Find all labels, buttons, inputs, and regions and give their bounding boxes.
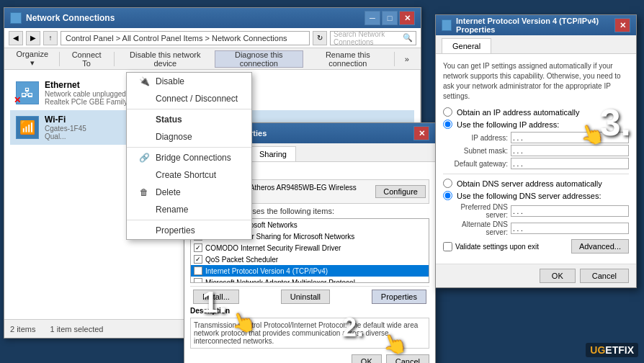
connect-icon xyxy=(138,93,150,104)
ctx-diagnose-label: Diagnose xyxy=(156,132,192,142)
back-button[interactable]: ◀ xyxy=(9,31,23,45)
wifi-ok-button[interactable]: OK xyxy=(352,354,382,363)
alternate-dns-row: Alternate DNS server: xyxy=(443,220,629,236)
default-gateway-label: Default gateway: xyxy=(443,160,508,168)
item-ipv4[interactable]: Internet Protocol Version 4 (TCP/IPv4) xyxy=(191,265,429,277)
rename-icon xyxy=(138,204,150,215)
ethernet-icon: 🖧 ✕ xyxy=(16,81,39,104)
more-button[interactable]: » xyxy=(399,50,415,68)
maximize-button[interactable]: □ xyxy=(382,11,398,25)
wifi-props-close[interactable]: ✕ xyxy=(413,126,429,140)
toolbar: Organize ▾ Connect To Disable this netwo… xyxy=(4,48,421,70)
ctx-status-label: Status xyxy=(156,115,182,125)
item-comodo[interactable]: COMODO Internet Security Firewall Driver xyxy=(191,242,429,254)
tcp-ok-button[interactable]: OK xyxy=(540,269,576,283)
alternate-dns-label: Alternate DNS server: xyxy=(443,220,508,236)
tcp-title: Internet Protocol Version 4 (TCP/IPv4) P… xyxy=(456,17,614,34)
alternate-dns-input[interactable] xyxy=(511,223,629,234)
wifi-icon: 📶 xyxy=(16,116,39,139)
tcp-sep xyxy=(443,174,629,174)
check-qos[interactable] xyxy=(194,255,202,264)
radio-use-following-input[interactable] xyxy=(443,120,452,129)
uninstall-button[interactable]: Uninstall xyxy=(281,290,330,304)
radio-dns-auto[interactable]: Obtain DNS server address automatically xyxy=(443,179,629,188)
disable-button[interactable]: Disable this network device xyxy=(119,50,212,68)
ctx-rename-label: Rename xyxy=(156,205,188,215)
check-multiplexor[interactable] xyxy=(194,278,202,283)
radio-use-dns[interactable]: Use the following DNS server addresses: xyxy=(443,191,629,200)
logo: UGETFIX xyxy=(586,343,638,357)
preferred-dns-input[interactable] xyxy=(511,205,629,217)
advanced-button[interactable]: Advanced... xyxy=(571,239,629,254)
ctx-delete[interactable]: 🗑 Delete xyxy=(127,184,251,201)
ctx-diagnose[interactable]: Diagnose xyxy=(127,128,251,145)
ctx-bridge[interactable]: 🔗 Bridge Connections xyxy=(127,149,251,166)
radio-dns-auto-input[interactable] xyxy=(443,179,452,188)
radio-obtain-auto-input[interactable] xyxy=(443,107,452,117)
tcp-close-button[interactable]: ✕ xyxy=(614,18,630,32)
validate-checkbox[interactable] xyxy=(443,242,452,251)
wifi-props-properties-button[interactable]: Properties xyxy=(372,290,426,304)
net-window-icon xyxy=(10,12,22,24)
tcp-dialog: Internet Protocol Version 4 (TCP/IPv4) P… xyxy=(435,14,637,288)
ctx-connect-disconnect[interactable]: Connect / Disconnect xyxy=(127,90,251,107)
connect-to-button[interactable]: Connect To xyxy=(64,50,109,68)
address-path[interactable]: Control Panel > All Control Panel Items … xyxy=(61,31,310,45)
item-count: 2 items xyxy=(10,325,35,333)
label-comodo: COMODO Internet Security Firewall Driver xyxy=(205,244,341,252)
organize-button[interactable]: Organize ▾ xyxy=(10,50,55,68)
step-1-label: 1. xyxy=(202,285,227,320)
diagnose-button[interactable]: Diagnose this connection xyxy=(215,50,303,68)
tcp-cancel-button[interactable]: Cancel xyxy=(580,269,629,283)
bridge-icon: 🔗 xyxy=(138,152,150,163)
close-button[interactable]: ✕ xyxy=(399,11,415,25)
ctx-shortcut[interactable]: Create Shortcut xyxy=(127,166,251,184)
tab-sharing[interactable]: Sharing xyxy=(250,146,296,161)
up-button[interactable]: ↑ xyxy=(43,31,58,45)
rename-button[interactable]: Rename this connection xyxy=(306,50,390,68)
default-gateway-input[interactable] xyxy=(511,158,629,169)
item-multiplexor[interactable]: Microsoft Network Adapter Multiplexor Pr… xyxy=(191,277,429,283)
wifi-props-controls: ✕ xyxy=(413,126,429,140)
context-menu: 🔌 Disable Connect / Disconnect Status Di… xyxy=(126,72,252,240)
tcp-body: You can get IP settings assigned automat… xyxy=(436,54,636,264)
configure-button[interactable]: Configure xyxy=(375,185,426,198)
tcp-icon xyxy=(442,19,452,31)
diagnose-icon xyxy=(138,131,150,143)
tcp-tabs: General xyxy=(436,35,636,54)
subnet-mask-row: Subnet mask: xyxy=(443,145,629,156)
preferred-dns-label: Preferred DNS server: xyxy=(443,203,508,219)
ctx-status[interactable]: Status xyxy=(127,111,251,128)
shortcut-icon xyxy=(138,169,150,181)
logo-ug: UG xyxy=(590,344,605,356)
win-controls: ─ □ ✕ xyxy=(365,11,415,25)
subnet-mask-input[interactable] xyxy=(511,145,629,156)
tab-general[interactable]: General xyxy=(442,38,491,53)
refresh-button[interactable]: ↻ xyxy=(313,31,327,45)
ctx-connect-label: Connect / Disconnect xyxy=(156,94,238,104)
validate-check-row[interactable]: Validate settings upon exit Advanced... xyxy=(443,239,629,254)
tcp-intro: You can get IP settings assigned automat… xyxy=(443,61,629,102)
forward-button[interactable]: ▶ xyxy=(26,31,40,45)
search-box[interactable]: Search Network Connections 🔍 xyxy=(330,31,416,45)
ctx-properties[interactable]: Properties xyxy=(127,222,251,239)
radio-use-dns-input[interactable] xyxy=(443,191,452,200)
net-window-title: Network Connections xyxy=(26,13,115,23)
check-comodo[interactable] xyxy=(194,243,202,252)
tcp-footer: OK Cancel xyxy=(436,264,636,287)
disconnected-mark: ✕ xyxy=(14,95,21,105)
search-icon: 🔍 xyxy=(403,33,413,42)
check-ipv4[interactable] xyxy=(194,266,202,275)
ctx-disable[interactable]: 🔌 Disable xyxy=(127,73,251,90)
minimize-button[interactable]: ─ xyxy=(365,11,380,25)
status-icon xyxy=(138,114,150,125)
selected-count: 1 item selected xyxy=(50,325,103,333)
item-qos[interactable]: QoS Packet Scheduler xyxy=(191,254,429,265)
label-qos: QoS Packet Scheduler xyxy=(205,256,278,264)
radio-use-following-label: Use the following IP address: xyxy=(457,120,559,129)
tcp-controls: ✕ xyxy=(614,18,630,32)
toolbar-sep-1 xyxy=(59,52,60,66)
toolbar-sep-3 xyxy=(394,52,395,66)
ip-address-label: IP address: xyxy=(443,134,508,142)
ctx-rename[interactable]: Rename xyxy=(127,201,251,218)
